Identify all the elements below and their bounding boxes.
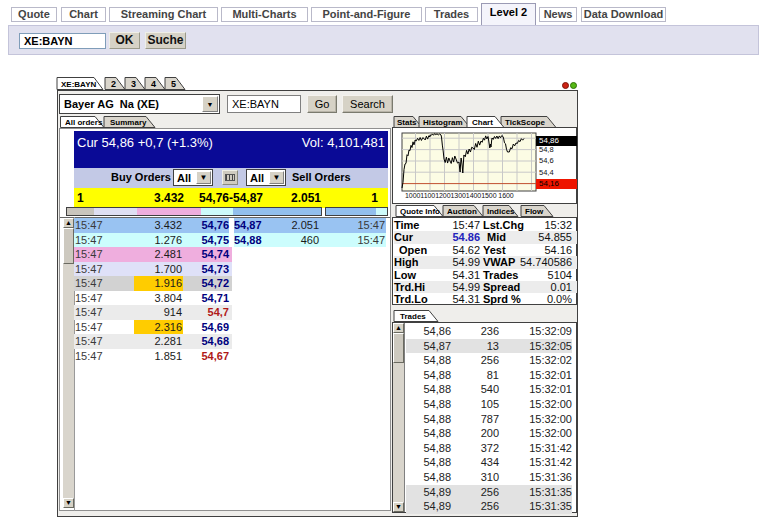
svg-text:Quote Info: Quote Info (400, 207, 440, 216)
svg-text:Summary: Summary (110, 118, 147, 127)
svg-text:Auction: Auction (447, 207, 477, 216)
svg-text:5: 5 (171, 79, 176, 89)
svg-text:4: 4 (151, 79, 156, 89)
svg-text:All orders: All orders (65, 118, 103, 127)
svg-text:Flow: Flow (525, 207, 544, 216)
svg-text:XE:BAYN: XE:BAYN (61, 80, 96, 89)
svg-text:3: 3 (131, 79, 136, 89)
svg-text:Chart: Chart (472, 118, 493, 127)
svg-text:Indices: Indices (487, 207, 515, 216)
svg-text:2: 2 (111, 79, 116, 89)
svg-text:TickScope: TickScope (505, 118, 545, 127)
svg-text:Stats: Stats (397, 118, 417, 127)
svg-text:Trades: Trades (400, 312, 426, 321)
svg-text:Histogram: Histogram (423, 118, 463, 127)
